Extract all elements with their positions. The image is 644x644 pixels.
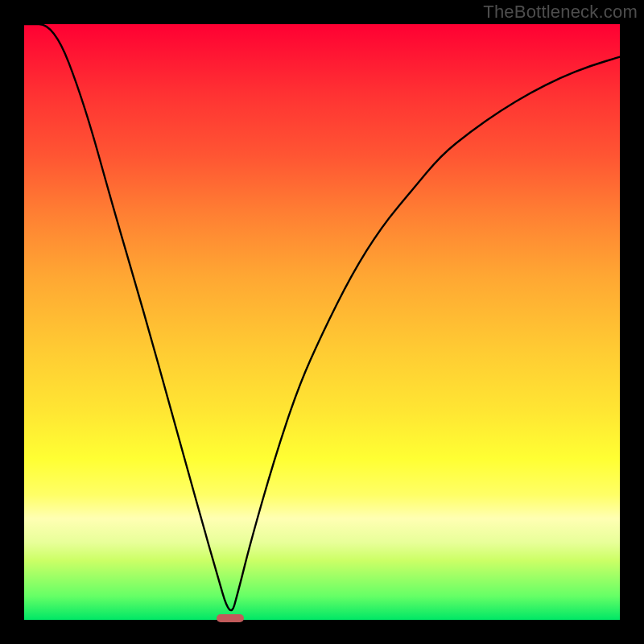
minimum-marker (217, 614, 244, 622)
chart-container: TheBottleneck.com (0, 0, 644, 644)
attribution-text: TheBottleneck.com (483, 2, 638, 23)
curve-path (24, 24, 620, 610)
bottleneck-curve (0, 0, 644, 644)
